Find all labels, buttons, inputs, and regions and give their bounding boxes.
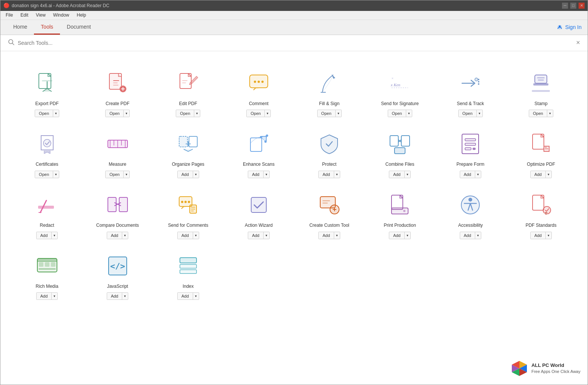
tool-btn-arrow-javascript[interactable]: ▾ <box>122 293 128 299</box>
tool-btn-arrow-index[interactable]: ▾ <box>193 293 199 299</box>
tool-btn-arrow-organize-pages[interactable]: ▾ <box>193 171 199 178</box>
tool-btn-certificates[interactable]: Open <box>35 171 53 178</box>
svg-rect-44 <box>401 136 410 146</box>
tool-btn-combine-files[interactable]: Add <box>389 171 405 178</box>
menu-help[interactable]: Help <box>73 12 90 18</box>
tool-icon-prepare-form <box>457 131 484 157</box>
search-input[interactable] <box>18 40 573 46</box>
tool-btn-arrow-redact[interactable]: ▾ <box>52 232 57 239</box>
svg-rect-43 <box>390 136 398 146</box>
svg-text:</>: </> <box>110 261 125 271</box>
svg-rect-52 <box>38 206 54 209</box>
tool-btn-compare-documents[interactable]: Add <box>107 232 123 239</box>
tool-item-fill-sign: Fill & SignOpen▾ <box>294 63 365 124</box>
tool-btn-accessibility[interactable]: Add <box>460 232 476 239</box>
tool-item-prepare-form: Prepare FormAdd▾ <box>435 123 506 184</box>
svg-rect-49 <box>465 148 471 150</box>
tool-btn-arrow-combine-files[interactable]: ▾ <box>405 171 410 178</box>
svg-line-3 <box>12 43 14 45</box>
tool-btn-pdf-standards[interactable]: Add <box>531 232 546 239</box>
tool-btn-action-wizard[interactable]: Add <box>248 232 264 239</box>
search-close-icon[interactable]: × <box>576 39 580 47</box>
svg-point-22 <box>478 79 479 80</box>
tool-btn-arrow-comment[interactable]: ▾ <box>265 110 270 117</box>
tool-btn-arrow-send-track[interactable]: ▾ <box>477 110 482 117</box>
tool-btn-arrow-action-wizard[interactable]: ▾ <box>264 232 269 239</box>
svg-point-24 <box>478 83 479 85</box>
tool-btn-arrow-edit-pdf[interactable]: ▾ <box>194 110 200 117</box>
tool-btn-create-pdf[interactable]: Open <box>106 110 124 117</box>
tool-btn-redact[interactable]: Add <box>37 232 52 239</box>
menu-window[interactable]: Window <box>49 12 73 18</box>
tool-btn-arrow-enhance-scans[interactable]: ▾ <box>264 171 269 178</box>
tool-btn-arrow-rich-media[interactable]: ▾ <box>52 293 57 299</box>
tool-btn-fill-sign[interactable]: Open <box>318 110 336 117</box>
svg-rect-50 <box>473 148 476 150</box>
tab-tools[interactable]: Tools <box>34 20 60 35</box>
tool-btn-organize-pages[interactable]: Add <box>178 171 193 178</box>
sign-in-button[interactable]: Sign In <box>557 24 582 30</box>
tool-btn-arrow-compare-documents[interactable]: ▾ <box>122 232 128 239</box>
restore-button[interactable]: □ <box>570 3 576 9</box>
tool-btn-arrow-pdf-standards[interactable]: ▾ <box>546 232 551 239</box>
close-button[interactable]: ✕ <box>579 3 585 9</box>
tool-btn-arrow-measure[interactable]: ▾ <box>124 171 129 178</box>
minimize-button[interactable]: ─ <box>562 3 568 9</box>
tool-name-create-pdf: Create PDF <box>106 101 129 107</box>
tool-btn-create-custom-tool[interactable]: Add <box>319 232 334 239</box>
svg-rect-76 <box>39 262 43 267</box>
tool-btn-arrow-send-signature[interactable]: ▾ <box>406 110 412 117</box>
tool-btn-print-production[interactable]: Add <box>389 232 405 239</box>
tool-btn-stamp[interactable]: Open <box>529 110 547 117</box>
menu-file[interactable]: File <box>2 12 17 18</box>
tool-btn-arrow-create-custom-tool[interactable]: ▾ <box>334 232 340 239</box>
watermark-text: ALL PC World Free Apps One Click Away <box>531 362 580 375</box>
tool-btn-enhance-scans[interactable]: Add <box>248 171 264 178</box>
tool-btn-group-rich-media: Add▾ <box>36 292 58 300</box>
tool-btn-arrow-prepare-form[interactable]: ▾ <box>475 171 481 178</box>
tool-btn-arrow-create-pdf[interactable]: ▾ <box>124 110 129 117</box>
svg-rect-64 <box>322 203 328 203</box>
tool-btn-protect[interactable]: Add <box>319 171 334 178</box>
tool-icon-optimize-pdf <box>528 131 554 157</box>
tool-btn-javascript[interactable]: Add <box>107 293 123 299</box>
tool-btn-prepare-form[interactable]: Add <box>460 171 476 178</box>
tools-grid: Export PDFOpen▾ Create PDFOpen▾ Edit PDF… <box>12 63 576 306</box>
menu-view[interactable]: View <box>32 12 49 18</box>
tool-btn-export-pdf[interactable]: Open <box>35 110 53 117</box>
tool-btn-arrow-certificates[interactable]: ▾ <box>53 171 59 178</box>
tabs-left: Home Tools Document <box>6 20 98 35</box>
tool-item-print-production: Print ProductionAdd▾ <box>365 184 435 245</box>
tool-btn-rich-media[interactable]: Add <box>37 293 52 299</box>
tool-btn-send-track[interactable]: Open <box>459 110 477 117</box>
tool-btn-arrow-stamp[interactable]: ▾ <box>547 110 553 117</box>
watermark-logo <box>510 359 528 377</box>
tool-btn-optimize-pdf[interactable]: Add <box>531 171 546 178</box>
tool-btn-group-organize-pages: Add▾ <box>177 171 199 178</box>
tool-btn-arrow-optimize-pdf[interactable]: ▾ <box>546 171 551 178</box>
menu-edit[interactable]: Edit <box>17 12 32 18</box>
tool-btn-group-protect: Add▾ <box>318 171 340 178</box>
tool-btn-arrow-accessibility[interactable]: ▾ <box>475 232 481 239</box>
tool-btn-arrow-fill-sign[interactable]: ▾ <box>336 110 341 117</box>
tool-btn-arrow-send-comments[interactable]: ▾ <box>193 232 199 239</box>
watermark-title: ALL PC World <box>531 362 580 369</box>
tab-home[interactable]: Home <box>6 20 34 35</box>
tool-btn-group-optimize-pdf: Add▾ <box>530 171 552 178</box>
tool-btn-measure[interactable]: Open <box>106 171 124 178</box>
svg-point-21 <box>475 78 478 81</box>
tool-btn-index[interactable]: Add <box>178 293 193 299</box>
tool-btn-comment[interactable]: Open <box>247 110 265 117</box>
tool-btn-arrow-protect[interactable]: ▾ <box>334 171 340 178</box>
tool-btn-edit-pdf[interactable]: Open <box>176 110 194 117</box>
tab-document[interactable]: Document <box>60 20 98 35</box>
tool-btn-arrow-export-pdf[interactable]: ▾ <box>53 110 59 117</box>
tool-item-combine-files: Combine FilesAdd▾ <box>365 123 435 184</box>
svg-rect-38 <box>189 136 197 147</box>
svg-rect-26 <box>537 77 545 78</box>
tool-name-send-track: Send & Track <box>457 101 484 107</box>
tool-btn-send-comments[interactable]: Add <box>178 232 193 239</box>
svg-rect-81 <box>180 258 197 263</box>
tool-btn-send-signature[interactable]: Open <box>388 110 406 117</box>
tool-btn-arrow-print-production[interactable]: ▾ <box>405 232 410 239</box>
